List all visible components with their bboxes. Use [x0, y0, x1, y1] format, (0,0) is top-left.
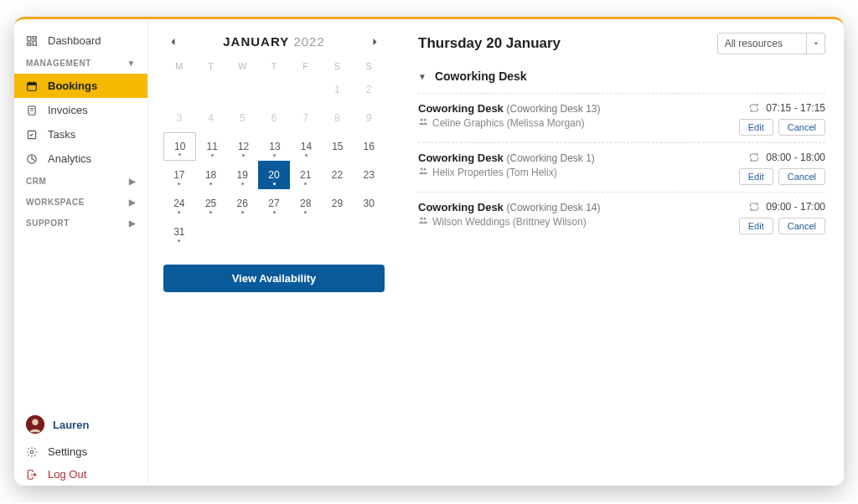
calendar-year: 2022 — [293, 34, 324, 49]
resource-filter-select[interactable]: All resources — [717, 33, 825, 54]
booking-resource-sub: (Coworking Desk 13) — [506, 103, 600, 115]
sidebar-item-tasks[interactable]: Tasks — [14, 122, 147, 147]
sidebar-item-dashboard[interactable]: Dashboard — [14, 28, 147, 53]
calendar-day[interactable]: 1 — [322, 75, 354, 104]
event-dot-icon — [178, 211, 180, 213]
calendar-day[interactable]: 19 — [226, 161, 258, 189]
calendar-day[interactable]: 3 — [163, 104, 195, 132]
calendar-day[interactable]: 26 — [226, 189, 258, 218]
booking-customer: Helix Properties (Tom Helix) — [432, 167, 557, 178]
chevron-down-icon: ▼ — [418, 72, 426, 81]
cal-prev-button[interactable] — [168, 37, 178, 47]
calendar-day[interactable]: 4 — [195, 104, 227, 132]
calendar-day[interactable]: 13 — [259, 132, 290, 161]
calendar-day[interactable]: 12 — [228, 132, 259, 161]
edit-button[interactable]: Edit — [739, 218, 773, 234]
event-dot-icon — [241, 211, 244, 213]
calendar-day — [353, 218, 385, 246]
svg-rect-5 — [28, 43, 31, 45]
sidebar-item-label: Invoices — [48, 104, 88, 116]
sidebar-item-bookings[interactable]: Bookings — [14, 74, 147, 98]
event-dot-icon — [304, 211, 307, 213]
booking-resource: Coworking Desk — [418, 152, 504, 164]
repeat-icon — [749, 202, 759, 212]
booking-resource-sub: (Coworking Desk 1) — [506, 152, 594, 164]
cancel-button[interactable]: Cancel — [778, 168, 825, 185]
cancel-button[interactable]: Cancel — [778, 218, 825, 234]
calendar-day[interactable]: 30 — [353, 189, 385, 218]
calendar-day[interactable]: 29 — [322, 189, 354, 218]
edit-button[interactable]: Edit — [739, 119, 773, 136]
calendar-day[interactable]: 16 — [354, 132, 385, 161]
sidebar-item-analytics[interactable]: Analytics — [14, 147, 147, 171]
calendar-day[interactable]: 18 — [195, 161, 227, 189]
edit-button[interactable]: Edit — [739, 168, 773, 185]
calendar-dow: T — [195, 57, 227, 75]
svg-point-23 — [424, 119, 426, 121]
chevron-right-icon: ▶ — [129, 219, 137, 228]
booking-customer: Celine Graphics (Melissa Morgan) — [432, 117, 584, 129]
booking-customer: Wilson Weddings (Brittney Wilson) — [432, 216, 587, 228]
resource-group-header[interactable]: ▼ Coworking Desk — [418, 69, 825, 83]
sidebar-group-label: SUPPORT — [26, 219, 70, 228]
calendar-day[interactable]: 11 — [196, 132, 227, 161]
calendar-day — [322, 218, 354, 246]
sidebar-item-label: Analytics — [48, 152, 91, 165]
calendar-day[interactable]: 25 — [195, 189, 227, 218]
calendar-dow: F — [290, 57, 322, 75]
svg-rect-3 — [33, 36, 36, 39]
event-dot-icon — [178, 183, 180, 185]
calendar-grid: MTWTFSS 12345678910111213141516171819202… — [163, 57, 385, 246]
calendar-day[interactable]: 31 — [163, 218, 195, 246]
calendar-day[interactable]: 14 — [291, 132, 322, 161]
calendar-dow: T — [258, 57, 290, 75]
calendar-day[interactable]: 22 — [322, 161, 354, 189]
booking-resource: Coworking Desk — [418, 102, 504, 115]
calendar-day[interactable]: 8 — [322, 104, 354, 132]
sidebar-group-support[interactable]: SUPPORT ▶ — [14, 213, 147, 234]
event-dot-icon — [305, 154, 308, 157]
calendar-day[interactable]: 27 — [258, 189, 290, 218]
svg-point-22 — [421, 119, 423, 121]
booking-row: Coworking Desk (Coworking Desk 13) Celin… — [418, 93, 825, 142]
calendar-day[interactable]: 7 — [290, 104, 322, 132]
calendar-day[interactable]: 20 — [258, 161, 290, 189]
calendar-day[interactable]: 5 — [226, 104, 258, 132]
calendar-day[interactable]: 17 — [163, 161, 195, 189]
cal-next-button[interactable] — [370, 37, 380, 47]
sidebar-group-workspace[interactable]: WORKSPACE ▶ — [14, 192, 147, 213]
calendar-day[interactable]: 21 — [290, 161, 322, 189]
event-dot-icon — [241, 183, 244, 185]
calendar-day[interactable]: 28 — [290, 189, 322, 218]
calendar-dow: S — [322, 57, 354, 75]
sidebar-item-label: Settings — [48, 445, 87, 458]
calendar-day[interactable]: 10 — [163, 132, 196, 161]
calendar-day[interactable]: 23 — [353, 161, 385, 189]
sidebar-group-management[interactable]: MANAGEMENT ▼ — [14, 53, 147, 74]
chevron-down-icon: ▼ — [127, 59, 136, 68]
calendar-day[interactable]: 9 — [353, 104, 385, 132]
calendar-day[interactable]: 24 — [163, 189, 195, 218]
current-user[interactable]: Lauren — [14, 409, 147, 440]
brand-logo-icon — [24, 17, 46, 18]
resource-filter-value: All resources — [718, 38, 806, 49]
chevron-right-icon: ▶ — [129, 198, 137, 207]
calendar-day[interactable]: 2 — [353, 75, 385, 104]
repeat-icon — [749, 152, 759, 162]
sidebar-item-logout[interactable]: Log Out — [14, 463, 147, 486]
repeat-icon — [749, 103, 759, 113]
calendar-day[interactable]: 15 — [322, 132, 353, 161]
chevron-down-icon — [806, 33, 824, 54]
calendar-day[interactable]: 6 — [258, 104, 290, 132]
event-dot-icon — [178, 153, 181, 156]
sidebar-group-crm[interactable]: CRM ▶ — [14, 171, 147, 192]
booking-row: Coworking Desk (Coworking Desk 1) Helix … — [418, 142, 825, 192]
people-icon — [418, 116, 428, 129]
sidebar-item-settings[interactable]: Settings — [14, 440, 147, 463]
view-availability-button[interactable]: View Availability — [163, 265, 385, 292]
booking-row: Coworking Desk (Coworking Desk 14) Wilso… — [418, 192, 825, 241]
calendar-icon — [26, 80, 39, 92]
cancel-button[interactable]: Cancel — [778, 119, 825, 136]
sidebar-item-invoices[interactable]: Invoices — [14, 98, 147, 122]
svg-point-17 — [30, 450, 34, 454]
